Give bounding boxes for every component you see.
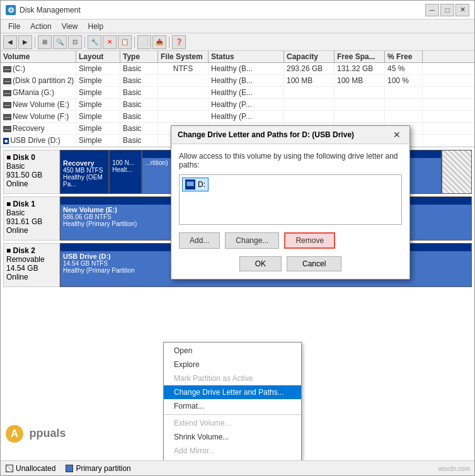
toolbar-sep-3 bbox=[134, 37, 135, 48]
table-row[interactable]: —GMania (G:) Simple Basic Healthy (E... bbox=[1, 87, 474, 99]
toolbar-btn-7[interactable]: ⬜ bbox=[137, 35, 151, 49]
cell-capacity: 100 MB bbox=[284, 75, 335, 86]
menu-view[interactable]: View bbox=[57, 21, 83, 32]
menu-action[interactable]: Action bbox=[25, 21, 56, 32]
cell-capacity bbox=[284, 99, 335, 110]
table-row[interactable]: —New Volume (F:) Simple Basic Healthy (P… bbox=[1, 111, 474, 123]
ctx-delete[interactable]: Delete Volume... bbox=[164, 458, 301, 460]
status-bar: Unallocated Primary partition wsxdn.com bbox=[1, 460, 474, 475]
table-row[interactable]: —New Volume (E:) Simple Basic Healthy (P… bbox=[1, 99, 474, 111]
back-button[interactable]: ◀ bbox=[3, 35, 17, 49]
col-freespace[interactable]: Free Spa... bbox=[335, 51, 385, 62]
disk-1-size: 931.61 GB bbox=[6, 217, 57, 226]
unallocated-legend-label: Unallocated bbox=[16, 464, 55, 473]
unallocated-legend-box bbox=[6, 465, 13, 472]
ok-button[interactable]: OK bbox=[239, 256, 282, 271]
col-layout[interactable]: Layout bbox=[76, 51, 120, 62]
toolbar-btn-6[interactable]: 📋 bbox=[118, 35, 132, 49]
cell-fs bbox=[158, 111, 209, 122]
drive-letter-item[interactable]: D: bbox=[182, 178, 209, 191]
title-bar: 💿 Disk Management ─ □ ✕ bbox=[1, 1, 474, 20]
cell-free bbox=[335, 111, 385, 122]
close-button[interactable]: ✕ bbox=[455, 4, 469, 16]
cell-volume: —(Disk 0 partition 2) bbox=[1, 75, 76, 86]
cell-volume: —New Volume (E:) bbox=[1, 99, 76, 110]
change-button[interactable]: Change... bbox=[225, 232, 279, 249]
col-type[interactable]: Type bbox=[120, 51, 158, 62]
app-icon: 💿 bbox=[6, 5, 16, 15]
disk-1-status: Online bbox=[6, 226, 57, 235]
appuals-logo: A ppuals bbox=[6, 425, 66, 443]
toolbar-btn-red[interactable]: ✕ bbox=[103, 35, 117, 49]
disk-1-name: ■ Disk 1 bbox=[6, 200, 57, 208]
cell-layout: Simple bbox=[76, 63, 120, 74]
change-drive-letter-dialog: Change Drive Letter and Paths for D: (US… bbox=[171, 125, 410, 280]
cell-layout: Simple bbox=[76, 111, 120, 122]
minimize-button[interactable]: ─ bbox=[425, 4, 439, 16]
ctx-change-drive-letter[interactable]: Change Drive Letter and Paths... bbox=[164, 385, 301, 399]
menu-file[interactable]: File bbox=[3, 21, 25, 32]
cell-layout: Simple bbox=[76, 75, 120, 86]
toolbar-btn-8[interactable]: 📤 bbox=[152, 35, 166, 49]
col-volume[interactable]: Volume bbox=[1, 51, 76, 62]
ctx-shrink[interactable]: Shrink Volume... bbox=[164, 430, 301, 444]
forward-button[interactable]: ▶ bbox=[18, 35, 32, 49]
menu-help[interactable]: Help bbox=[83, 21, 109, 32]
disk-2-type: Removable bbox=[6, 255, 57, 264]
maximize-button[interactable]: □ bbox=[440, 4, 454, 16]
disk-0-name: ■ Disk 0 bbox=[6, 153, 57, 162]
cell-fs bbox=[158, 99, 209, 110]
toolbar-btn-9[interactable]: ❓ bbox=[172, 35, 186, 49]
primary-legend-label: Primary partition bbox=[76, 464, 130, 473]
cell-pct: 45 % bbox=[385, 63, 423, 74]
cell-pct: 100 % bbox=[385, 75, 423, 86]
dialog-close-button[interactable]: ✕ bbox=[391, 130, 403, 140]
cell-volume: ■USB Drive (D:) bbox=[1, 135, 76, 146]
drive-letter-icon bbox=[185, 179, 195, 190]
cell-free bbox=[335, 87, 385, 98]
title-bar-left: 💿 Disk Management bbox=[6, 5, 81, 15]
menu-bar: File Action View Help bbox=[1, 20, 474, 33]
cell-type: Basic bbox=[120, 87, 158, 98]
toolbar-btn-4[interactable]: ⊡ bbox=[68, 35, 82, 49]
cell-layout: Simple bbox=[76, 87, 120, 98]
remove-button[interactable]: Remove bbox=[284, 232, 335, 249]
col-capacity[interactable]: Capacity bbox=[284, 51, 335, 62]
col-filesystem[interactable]: File System bbox=[158, 51, 209, 62]
cell-free bbox=[335, 99, 385, 110]
appuals-text: ppuals bbox=[30, 427, 66, 439]
cell-capacity bbox=[284, 111, 335, 122]
col-freepct[interactable]: % Free bbox=[385, 51, 423, 62]
ctx-explore[interactable]: Explore bbox=[164, 358, 301, 371]
table-row[interactable]: —(C:) Simple Basic NTFS Healthy (B... 29… bbox=[1, 63, 474, 75]
primary-legend: Primary partition bbox=[66, 464, 130, 473]
table-row[interactable]: —(Disk 0 partition 2) Simple Basic Healt… bbox=[1, 75, 474, 87]
cell-free: 100 MB bbox=[335, 75, 385, 86]
disk-0-partition-1[interactable]: Recovery 450 MB NTFS Healthy (OEM Pa... bbox=[60, 150, 110, 193]
toolbar-btn-3[interactable]: 🔍 bbox=[53, 35, 67, 49]
watermark: wsxdn.com bbox=[438, 465, 470, 472]
drive-letter-list: D: bbox=[179, 174, 402, 225]
appuals-icon: A bbox=[6, 425, 23, 443]
svg-rect-2 bbox=[187, 182, 193, 186]
toolbar-btn-2[interactable]: ⊞ bbox=[38, 35, 52, 49]
cancel-button[interactable]: Cancel bbox=[287, 256, 341, 271]
toolbar-btn-5[interactable]: 🔧 bbox=[88, 35, 101, 49]
cell-status: Healthy (E... bbox=[209, 87, 284, 98]
dialog-title-bar: Change Drive Letter and Paths for D: (US… bbox=[171, 126, 409, 144]
cell-type: Basic bbox=[120, 111, 158, 122]
cell-type: Basic bbox=[120, 123, 158, 134]
disk-0-partition-2[interactable]: 100 N... Healt... bbox=[110, 150, 142, 193]
disk-0-unallocated[interactable] bbox=[442, 150, 471, 193]
add-button[interactable]: Add... bbox=[179, 232, 220, 249]
disk-2-size: 14.54 GB bbox=[6, 264, 57, 273]
cell-capacity bbox=[284, 87, 335, 98]
ctx-open[interactable]: Open bbox=[164, 344, 301, 358]
title-buttons: ─ □ ✕ bbox=[425, 4, 469, 16]
ctx-format[interactable]: Format... bbox=[164, 399, 301, 413]
main-window: 💿 Disk Management ─ □ ✕ File Action View… bbox=[0, 0, 475, 476]
context-menu: Open Explore Mark Partition as Active Ch… bbox=[163, 342, 302, 460]
cell-pct bbox=[385, 87, 423, 98]
col-status[interactable]: Status bbox=[209, 51, 284, 62]
dialog-action-buttons: Add... Change... Remove bbox=[179, 232, 402, 249]
